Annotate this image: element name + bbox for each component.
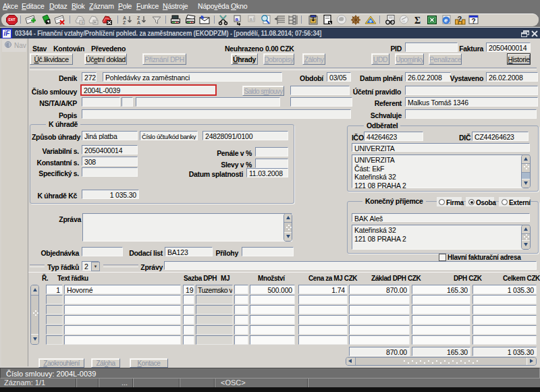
svg-text:Σ: Σ	[414, 16, 421, 26]
svg-text:A: A	[123, 16, 126, 20]
svg-text:100: 100	[402, 20, 405, 23]
svg-text:e: e	[444, 17, 448, 24]
svg-text:?: ?	[472, 18, 476, 25]
svg-text:Z: Z	[123, 20, 126, 25]
svg-text:EXIT: EXIT	[8, 18, 15, 22]
svg-text:Z: Z	[137, 16, 140, 20]
svg-text:A: A	[137, 20, 140, 25]
svg-text:?: ?	[458, 15, 462, 23]
svg-text:?: ?	[81, 21, 84, 25]
svg-text:a: a	[250, 16, 253, 22]
svg-text:a: a	[236, 16, 239, 22]
